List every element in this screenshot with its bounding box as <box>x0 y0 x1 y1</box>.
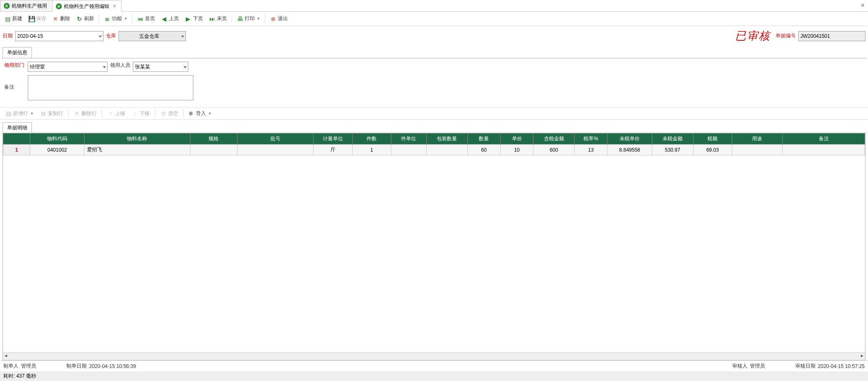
auditor-value: 管理员 <box>750 363 765 370</box>
print-button[interactable]: 🖶打印▼ <box>234 14 263 24</box>
horizontal-scrollbar[interactable] <box>3 352 865 360</box>
cell[interactable]: 60 <box>467 145 500 155</box>
maker-value: 管理员 <box>21 363 36 370</box>
section-info-tab[interactable]: 单据信息 <box>3 47 32 58</box>
remark-input[interactable] <box>28 75 193 100</box>
grid-tab[interactable]: 单据明细 <box>3 122 32 133</box>
tab-list[interactable]: ⊕ 机物料生产领用 <box>0 0 53 11</box>
col-notax-price[interactable]: 未税单价 <box>607 134 652 145</box>
movedown-button: ↓下移 <box>129 109 152 118</box>
function-button[interactable]: ≣功能▼ <box>101 14 130 24</box>
cell[interactable]: 爱招飞 <box>84 145 190 155</box>
col-unit[interactable]: 计量单位 <box>314 134 352 145</box>
col-tax-rate[interactable]: 税率% <box>575 134 607 145</box>
next-page-button[interactable]: ▶下页 <box>182 14 206 24</box>
status-bar: 耗时: 437 毫秒 <box>0 371 868 381</box>
col-piece-unit[interactable]: 件单位 <box>391 134 426 145</box>
delrow-button: ✕删除行 <box>71 109 99 118</box>
cell[interactable]: 69.03 <box>693 145 732 155</box>
cell[interactable] <box>391 145 426 155</box>
save-button: 💾保存 <box>26 14 49 24</box>
window-close-icon[interactable]: × <box>861 2 865 9</box>
tab-bar: ⊕ 机物料生产领用 ⊕ 机物料生产领用编辑 × × <box>0 0 868 12</box>
docno-label: 单据编号 <box>776 32 796 39</box>
cell[interactable]: 13 <box>575 145 607 155</box>
cell[interactable]: 600 <box>533 145 575 155</box>
first-page-button[interactable]: ⏮首页 <box>135 14 158 24</box>
auditdate-value: 2020-04-15 10:57:25 <box>818 363 865 369</box>
grid-scroll[interactable]: 物料代码 物料名称 规格 批号 计量单位 件数 件单位 包装数量 数量 单价 含… <box>3 133 865 352</box>
last-icon: ⏭ <box>209 16 216 22</box>
detail-grid: 物料代码 物料名称 规格 批号 计量单位 件数 件单位 包装数量 数量 单价 含… <box>3 133 865 155</box>
person-select[interactable]: 张某某 <box>133 62 188 72</box>
first-icon: ⏮ <box>137 16 144 22</box>
clear-icon: ⊘ <box>160 110 167 117</box>
person-label: 领用人员 <box>110 62 130 69</box>
col-batch[interactable]: 批号 <box>237 134 314 145</box>
tab-label: 机物料生产领用 <box>12 3 47 10</box>
cell[interactable]: 530.97 <box>652 145 693 155</box>
exit-button[interactable]: ⊗退出 <box>267 14 290 24</box>
refresh-icon: ↻ <box>76 16 83 22</box>
date-label: 日期 <box>3 32 13 39</box>
print-icon: 🖶 <box>237 16 243 22</box>
cell[interactable]: 1 <box>352 145 391 155</box>
warehouse-select[interactable]: 五金仓库 <box>119 31 186 41</box>
addrow-icon: ▤ <box>5 110 12 117</box>
cell[interactable] <box>426 145 467 155</box>
date-input[interactable]: 2020-04-15 <box>15 31 103 41</box>
last-page-button[interactable]: ⏭末页 <box>206 14 230 24</box>
moveup-button: ↑上移 <box>105 109 128 118</box>
auditdate-label: 审核日期 <box>795 363 815 370</box>
row-number: 1 <box>3 145 30 155</box>
separator <box>102 109 102 118</box>
main-toolbar: ▤新建 💾保存 ✕删除 ↻刷新 ≣功能▼ ⏮首页 ◀上页 ▶下页 ⏭末页 🖶打印… <box>0 12 868 26</box>
col-spec[interactable]: 规格 <box>190 134 237 145</box>
close-icon[interactable]: × <box>113 3 116 9</box>
cell[interactable]: 斤 <box>314 145 352 155</box>
dept-select[interactable]: 经理室 <box>28 62 108 72</box>
col-tax-amount[interactable]: 含税金额 <box>533 134 575 145</box>
col-pack-qty[interactable]: 包装数量 <box>426 134 467 145</box>
docno-field <box>798 31 865 41</box>
new-button[interactable]: ▤新建 <box>2 14 25 24</box>
section-info-body: 领用部门 经理室 领用人员 张某某 备注 <box>2 58 866 107</box>
cell[interactable]: 10 <box>500 145 533 155</box>
cell[interactable]: 0401002 <box>30 145 84 155</box>
separator <box>155 109 155 118</box>
col-material-code[interactable]: 物料代码 <box>30 134 84 145</box>
cell[interactable]: 8.849558 <box>607 145 652 155</box>
dept-label: 领用部门 <box>4 62 25 69</box>
remark-label: 备注 <box>4 75 25 91</box>
col-pieces[interactable]: 件数 <box>352 134 391 145</box>
cell[interactable] <box>237 145 314 155</box>
prev-page-button[interactable]: ◀上页 <box>158 14 182 24</box>
header-row: 日期 2020-04-15 仓库 五金仓库 已审核 单据编号 <box>0 26 868 46</box>
cell[interactable] <box>190 145 237 155</box>
cell[interactable] <box>732 145 782 155</box>
cell[interactable] <box>783 145 865 155</box>
exit-icon: ⊗ <box>270 16 277 22</box>
up-icon: ↑ <box>107 110 114 117</box>
col-tax[interactable]: 税额 <box>693 134 732 145</box>
col-qty[interactable]: 数量 <box>467 134 500 145</box>
col-purpose[interactable]: 用途 <box>732 134 782 145</box>
col-price[interactable]: 单价 <box>500 134 533 145</box>
copyrow-button: ⧉复制行 <box>37 109 66 118</box>
tab-edit[interactable]: ⊕ 机物料生产领用编辑 × <box>52 0 121 12</box>
col-notax-amount[interactable]: 未税金额 <box>652 134 693 145</box>
delete-button[interactable]: ✕删除 <box>50 14 73 24</box>
down-icon: ↓ <box>132 110 138 117</box>
auditor-label: 审核人 <box>732 363 747 370</box>
col-remark[interactable]: 备注 <box>783 134 865 145</box>
next-icon: ▶ <box>185 16 192 22</box>
save-icon: 💾 <box>28 16 35 22</box>
table-row[interactable]: 10401002爱招飞斤16010600138.849558530.9769.0… <box>3 145 865 155</box>
copyrow-icon: ⧉ <box>40 110 47 117</box>
addrow-button: ▤新增行▼ <box>3 109 36 118</box>
grid-header-row: 物料代码 物料名称 规格 批号 计量单位 件数 件单位 包装数量 数量 单价 含… <box>3 134 865 145</box>
separator <box>183 109 184 118</box>
col-material-name[interactable]: 物料名称 <box>84 134 190 145</box>
import-button[interactable]: ⊕导入▼ <box>186 109 214 118</box>
refresh-button[interactable]: ↻刷新 <box>74 14 97 24</box>
